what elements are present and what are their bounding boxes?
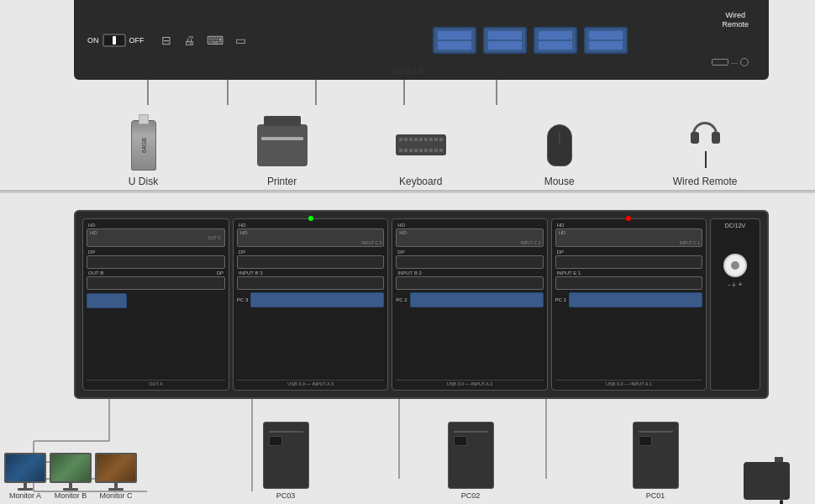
kvm-input-section-pc1: HD INPUT C 1 DP INPUT E 1 PC 1 (551, 218, 707, 391)
dc-label: DC/12V (725, 223, 746, 228)
pc-tower-pc02 (448, 422, 494, 489)
kvm-input-section-pc3: HD INPUT C 3 DP INPUT B 3 PC 3 (233, 218, 388, 391)
pc-item-pc03: PC03 (263, 422, 309, 500)
monitor-screen-b (50, 453, 92, 483)
page-container: ON OFF ⊟ 🖨 ⌨ ▭ Wired (0, 0, 815, 504)
kvm-input-section-pc2: HD INPUT C 2 DP INPUT B 2 PC 2 (392, 218, 547, 391)
dc-polarity: - ⏚ + (728, 281, 743, 288)
keyboard-shape (396, 134, 446, 155)
line-printer (227, 80, 229, 105)
printer-shape (257, 124, 308, 166)
out-a-label: OUT A (87, 380, 225, 386)
monitor-img-c (97, 454, 135, 481)
headset-ear-left (691, 132, 699, 144)
pc-tower-pc01 (633, 422, 679, 489)
monitor-base-b (63, 488, 78, 491)
monitor-c-label: Monitor C (99, 491, 132, 500)
power-button[interactable] (103, 34, 126, 47)
adapter-cable (780, 500, 783, 504)
usb30-label: USB3.0 (392, 66, 424, 76)
input-a2: INPUT A 2 (471, 381, 493, 386)
out-b-label: OUT B (88, 270, 103, 276)
panel-icon-row: ⊟ 🖨 ⌨ ▭ (161, 34, 425, 47)
divider-line (0, 190, 815, 192)
hd-port-pc2: INPUT C 2 (396, 228, 543, 247)
hd-label-out: HD (88, 223, 96, 228)
monitors-row: Monitor A Monitor B (4, 453, 137, 500)
monitor-base-a (18, 488, 33, 491)
mouse-shape (547, 124, 572, 166)
input-a2-tag: USB 3.0 — INPUT A 2 (396, 380, 543, 386)
input-c1-label: INPUT C 1 (680, 240, 700, 245)
monitor-item-a: Monitor A (4, 453, 46, 500)
pc1-usb-row: PC 1 (555, 292, 702, 307)
hd-port-pc1: INPUT C 1 (555, 228, 702, 247)
pc2-usb-row: PC 2 (396, 292, 543, 307)
dp-label-1: DP (87, 249, 225, 255)
adapter-shape (744, 462, 790, 500)
out-c-label: OUT C (208, 235, 221, 240)
monitors-group: Monitor A Monitor B (4, 453, 137, 500)
out-b-dp-row: OUT B DP (87, 270, 225, 276)
headset-ear-right (712, 132, 720, 144)
power-off-label: OFF (129, 36, 145, 45)
display-icon: ▭ (235, 34, 246, 47)
usb30-pc2: USB 3.0 (447, 381, 464, 386)
monitor-img-a (6, 454, 45, 481)
input-a1-tag: USB 3.0 — INPUT A 1 (555, 380, 702, 386)
hd-port-pc3: INPUT C 3 (237, 228, 384, 247)
hd-port-out-c: OUT C (87, 228, 225, 247)
hd-label-pc1: HD (555, 223, 702, 228)
mouse-label: Mouse (544, 176, 575, 187)
monitor-img-b (51, 454, 90, 481)
peripheral-udisk: U Disk (118, 118, 169, 187)
peripheral-wired-remote: Wired Remote (673, 118, 738, 187)
usb-row-out (87, 293, 225, 308)
dp-port-pc3 (237, 255, 384, 269)
usb-icon: ⊟ (161, 34, 171, 47)
dc-barrel-jack (723, 254, 747, 277)
adapter-plug (775, 457, 783, 462)
usb-port-3 (534, 27, 577, 54)
pc3-usb-row: PC 3 (237, 292, 384, 307)
headset-cable (705, 151, 707, 168)
usb-port-pc1 (569, 292, 702, 307)
kvm-device: HD OUT C DP OUT B DP (74, 210, 769, 399)
bottom-section: HD OUT C DP OUT B DP (0, 193, 815, 504)
wired-remote-icons: — (712, 58, 749, 66)
pc2-label: PC 2 (396, 297, 407, 302)
dp-label-pc1: DP (555, 249, 702, 255)
input-e1-label: INPUT E 1 (555, 270, 702, 276)
kvm-output-section: HD OUT C DP OUT B DP (82, 218, 229, 391)
headset-icon-container (680, 118, 730, 172)
dp-label-pc3: DP (237, 249, 384, 255)
power-switch: ON OFF (87, 34, 145, 47)
dc-section: DC/12V - ⏚ + (710, 218, 760, 391)
dp-label-2: DP (217, 270, 223, 276)
input-b2-label: INPUT B 2 (396, 270, 543, 276)
pc02-label: PC02 (461, 491, 481, 500)
keyboard-icon: ⌨ (207, 34, 223, 47)
peripheral-mouse: Mouse (534, 118, 585, 187)
peripheral-printer: Printer (257, 118, 308, 187)
input-b3-label: INPUT B 3 (237, 270, 384, 276)
monitor-b-label: Monitor B (55, 491, 87, 500)
printer-icon: 🖨 (183, 34, 195, 47)
input-a1: INPUT A 1 (630, 381, 652, 386)
printer-label: Printer (267, 176, 297, 187)
usb-out-1 (87, 293, 127, 308)
led-pc3 (308, 216, 313, 221)
dp-port-out-b (87, 276, 225, 290)
usb30-pc3: USB 3.0 (287, 381, 304, 386)
usb-ports-group (433, 27, 697, 54)
input-c3-label: INPUT C 3 (361, 240, 381, 245)
input-a3-tag: USB 3.0 — INPUT A 3 (237, 380, 384, 386)
kvm-inner: HD OUT C DP OUT B DP (82, 218, 760, 391)
top-section: ON OFF ⊟ 🖨 ⌨ ▭ Wired (0, 0, 815, 193)
keyboard-label: Keyboard (399, 176, 442, 187)
pc01-label: PC01 (646, 491, 665, 500)
pc03-label: PC03 (276, 491, 296, 500)
dp-port-e1 (555, 276, 702, 290)
peripherals-row: U Disk Printer Keyboard (74, 118, 781, 187)
line-udisk (147, 80, 149, 105)
